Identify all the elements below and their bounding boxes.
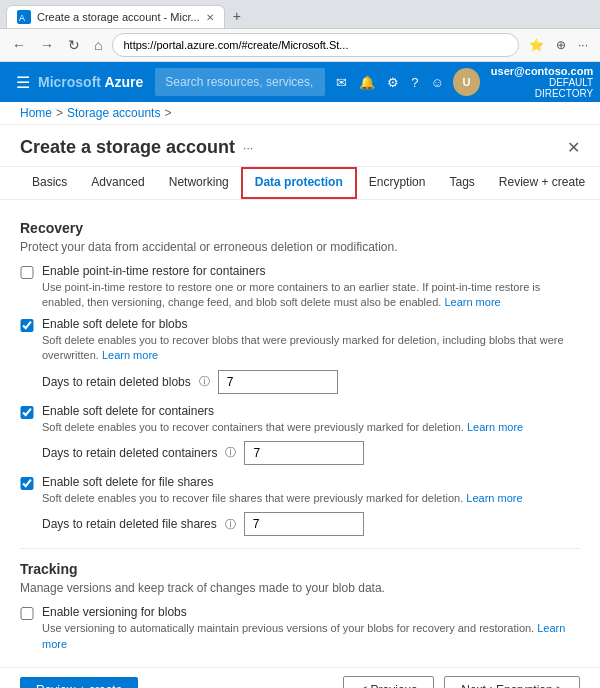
- refresh-btn[interactable]: ↻: [64, 35, 84, 55]
- breadcrumb-storage[interactable]: Storage accounts: [67, 106, 160, 120]
- azure-navbar: ☰ Microsoft Azure ✉ 🔔 ⚙ ? ☺ U user@conto…: [0, 62, 600, 102]
- address-bar[interactable]: [112, 33, 519, 57]
- help-icon[interactable]: ?: [408, 72, 421, 93]
- favorites-btn[interactable]: ⊕: [552, 36, 570, 54]
- favicon-icon: A: [17, 10, 31, 24]
- soft-delete-files-desc: Soft delete enables you to recover file …: [42, 491, 523, 506]
- new-tab-btn[interactable]: +: [225, 4, 249, 28]
- versioning-desc: Use versioning to automatically maintain…: [42, 621, 580, 652]
- back-btn[interactable]: ←: [8, 35, 30, 55]
- point-in-time-desc: Use point-in-time restore to restore one…: [42, 280, 580, 311]
- footer: Review + create < Previous Next : Encryp…: [0, 667, 600, 688]
- page-header: Create a storage account ··· ✕: [0, 125, 600, 167]
- browser-controls: ← → ↻ ⌂ ⭐ ⊕ ···: [0, 29, 600, 62]
- blobs-days-info-icon[interactable]: ⓘ: [199, 374, 210, 389]
- tab-close-btn[interactable]: ✕: [206, 12, 214, 23]
- soft-delete-blobs-label: Enable soft delete for blobs: [42, 317, 580, 331]
- bell-icon[interactable]: 🔔: [356, 72, 378, 93]
- tab-tags[interactable]: Tags: [437, 167, 486, 199]
- tab-basics[interactable]: Basics: [20, 167, 79, 199]
- main-content: Recovery Protect your data from accident…: [0, 200, 600, 656]
- page-title: Create a storage account: [20, 137, 235, 158]
- browser-actions: ⭐ ⊕ ···: [525, 36, 592, 54]
- extensions-btn[interactable]: ⭐: [525, 36, 548, 54]
- breadcrumb-sep1: >: [56, 106, 63, 120]
- soft-delete-containers-desc: Soft delete enables you to recover conta…: [42, 420, 523, 435]
- breadcrumb-home[interactable]: Home: [20, 106, 52, 120]
- tab-title: Create a storage account - Micr...: [37, 11, 200, 23]
- page-close-btn[interactable]: ✕: [567, 138, 580, 157]
- breadcrumb-sep2: >: [164, 106, 171, 120]
- user-info: user@contoso.com DEFAULT DIRECTORY: [490, 65, 593, 99]
- tracking-title: Tracking: [20, 561, 580, 577]
- breadcrumb: Home > Storage accounts >: [0, 102, 600, 125]
- user-avatar[interactable]: U: [453, 68, 480, 96]
- svg-text:A: A: [19, 13, 25, 23]
- containers-days-info-icon[interactable]: ⓘ: [225, 445, 236, 460]
- tabs-bar: Basics Advanced Networking Data protecti…: [0, 167, 600, 200]
- soft-delete-files-row: Enable soft delete for file shares Soft …: [20, 475, 580, 506]
- point-in-time-label: Enable point-in-time restore for contain…: [42, 264, 580, 278]
- tab-encryption[interactable]: Encryption: [357, 167, 438, 199]
- user-directory: DEFAULT DIRECTORY: [490, 77, 593, 99]
- review-create-btn[interactable]: Review + create: [20, 677, 138, 688]
- soft-delete-containers-learn-more[interactable]: Learn more: [467, 421, 523, 433]
- forward-btn[interactable]: →: [36, 35, 58, 55]
- blobs-days-label: Days to retain deleted blobs: [42, 375, 191, 389]
- email-icon[interactable]: ✉: [333, 72, 350, 93]
- containers-days-input[interactable]: [244, 441, 364, 465]
- user-name: user@contoso.com: [490, 65, 593, 77]
- tab-data-protection[interactable]: Data protection: [241, 167, 357, 199]
- files-days-label: Days to retain deleted file shares: [42, 517, 217, 531]
- files-days-input[interactable]: [244, 512, 364, 536]
- soft-delete-containers-row: Enable soft delete for containers Soft d…: [20, 404, 580, 435]
- more-btn[interactable]: ···: [574, 36, 592, 54]
- soft-delete-files-checkbox[interactable]: [20, 477, 34, 490]
- soft-delete-containers-label: Enable soft delete for containers: [42, 404, 523, 418]
- page-content: Create a storage account ··· ✕ Basics Ad…: [0, 125, 600, 667]
- point-in-time-checkbox[interactable]: [20, 266, 34, 279]
- soft-delete-files-label: Enable soft delete for file shares: [42, 475, 523, 489]
- soft-delete-files-learn-more[interactable]: Learn more: [466, 492, 522, 504]
- tab-networking[interactable]: Networking: [157, 167, 241, 199]
- files-days-info-icon[interactable]: ⓘ: [225, 517, 236, 532]
- global-search-input[interactable]: [155, 68, 325, 96]
- feedback-icon[interactable]: ☺: [428, 72, 447, 93]
- soft-delete-blobs-learn-more[interactable]: Learn more: [102, 349, 158, 361]
- blobs-days-row: Days to retain deleted blobs ⓘ: [42, 370, 580, 394]
- recovery-title: Recovery: [20, 220, 580, 236]
- point-in-time-row: Enable point-in-time restore for contain…: [20, 264, 580, 311]
- tracking-divider: [20, 548, 580, 549]
- tab-review-create[interactable]: Review + create: [487, 167, 597, 199]
- blobs-days-input[interactable]: [218, 370, 338, 394]
- nav-icons: ✉ 🔔 ⚙ ? ☺ U user@contoso.com DEFAULT DIR…: [333, 65, 593, 99]
- azure-logo: Microsoft Azure: [38, 74, 143, 90]
- tracking-desc: Manage versions and keep track of change…: [20, 581, 580, 595]
- versioning-learn-more[interactable]: Learn more: [42, 622, 565, 649]
- page-options-btn[interactable]: ···: [243, 141, 253, 155]
- browser-chrome: A Create a storage account - Micr... ✕ +: [0, 0, 600, 29]
- versioning-label: Enable versioning for blobs: [42, 605, 580, 619]
- versioning-checkbox[interactable]: [20, 607, 34, 620]
- soft-delete-containers-checkbox[interactable]: [20, 406, 34, 419]
- settings-icon[interactable]: ⚙: [384, 72, 402, 93]
- previous-btn[interactable]: < Previous: [343, 676, 434, 688]
- recovery-desc: Protect your data from accidental or err…: [20, 240, 580, 254]
- containers-days-label: Days to retain deleted containers: [42, 446, 217, 460]
- hamburger-menu[interactable]: ☰: [8, 69, 38, 96]
- next-btn[interactable]: Next : Encryption >: [444, 676, 580, 688]
- files-days-row: Days to retain deleted file shares ⓘ: [42, 512, 580, 536]
- browser-tab[interactable]: A Create a storage account - Micr... ✕: [6, 5, 225, 28]
- soft-delete-blobs-desc: Soft delete enables you to recover blobs…: [42, 333, 580, 364]
- soft-delete-blobs-row: Enable soft delete for blobs Soft delete…: [20, 317, 580, 364]
- containers-days-row: Days to retain deleted containers ⓘ: [42, 441, 580, 465]
- home-btn[interactable]: ⌂: [90, 35, 106, 55]
- versioning-row: Enable versioning for blobs Use versioni…: [20, 605, 580, 652]
- soft-delete-blobs-checkbox[interactable]: [20, 319, 34, 332]
- point-in-time-learn-more[interactable]: Learn more: [444, 296, 500, 308]
- tab-advanced[interactable]: Advanced: [79, 167, 156, 199]
